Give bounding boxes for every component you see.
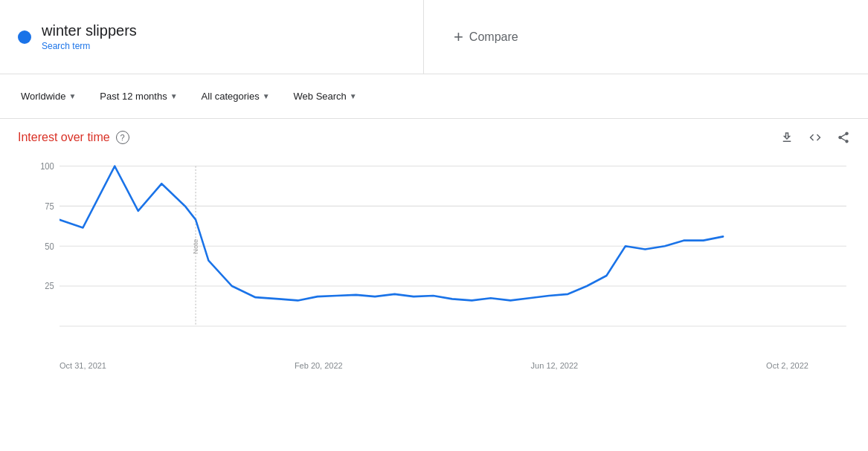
location-chevron-icon: ▼ bbox=[68, 92, 76, 100]
search-term-section: winter slippers Search term bbox=[0, 0, 424, 74]
chart-title: Interest over time bbox=[18, 131, 110, 144]
svg-text:Note: Note bbox=[191, 239, 199, 254]
time-filter[interactable]: Past 12 months ▼ bbox=[91, 85, 186, 108]
category-filter[interactable]: All categories ▼ bbox=[193, 85, 279, 108]
search-type-filter-label: Web Search bbox=[294, 91, 347, 102]
search-term-text: winter slippers Search term bbox=[42, 22, 137, 51]
svg-text:25: 25 bbox=[45, 282, 54, 291]
x-axis-labels: Oct 31, 2021 Feb 20, 2022 Jun 12, 2022 O… bbox=[18, 358, 850, 370]
category-chevron-icon: ▼ bbox=[263, 92, 270, 100]
chart-header: Interest over time ? bbox=[18, 131, 850, 144]
x-label-4: Oct 2, 2022 bbox=[766, 361, 808, 370]
x-label-2: Feb 20, 2022 bbox=[295, 361, 343, 370]
x-label-1: Oct 31, 2021 bbox=[60, 361, 106, 370]
svg-text:50: 50 bbox=[45, 241, 54, 250]
download-icon[interactable] bbox=[780, 131, 794, 144]
x-label-3: Jun 12, 2022 bbox=[531, 361, 579, 370]
chart-container: 100 75 50 25 Note Oct 31, 2021 Feb 20, 2… bbox=[18, 150, 850, 370]
compare-section: + Compare bbox=[424, 0, 868, 74]
svg-text:100: 100 bbox=[40, 162, 54, 171]
search-term-name: winter slippers bbox=[42, 22, 137, 39]
header-bar: winter slippers Search term + Compare bbox=[0, 0, 868, 74]
search-term-label: Search term bbox=[42, 41, 137, 51]
search-type-chevron-icon: ▼ bbox=[350, 92, 357, 100]
compare-button[interactable]: + Compare bbox=[454, 27, 518, 47]
help-icon[interactable]: ? bbox=[116, 131, 129, 144]
share-icon[interactable] bbox=[837, 131, 850, 144]
time-chevron-icon: ▼ bbox=[170, 92, 178, 100]
chart-actions bbox=[780, 131, 850, 144]
chart-section: Interest over time ? bbox=[0, 119, 868, 376]
interest-chart: 100 75 50 25 Note bbox=[18, 150, 850, 358]
category-filter-label: All categories bbox=[202, 91, 260, 102]
filter-bar: Worldwide ▼ Past 12 months ▼ All categor… bbox=[0, 74, 868, 119]
location-filter-label: Worldwide bbox=[21, 91, 65, 102]
search-type-filter[interactable]: Web Search ▼ bbox=[285, 85, 366, 108]
search-term-dot bbox=[18, 30, 31, 44]
time-filter-label: Past 12 months bbox=[100, 91, 167, 102]
chart-title-area: Interest over time ? bbox=[18, 131, 129, 144]
compare-plus-icon: + bbox=[454, 27, 463, 47]
embed-icon[interactable] bbox=[808, 131, 822, 144]
svg-text:75: 75 bbox=[45, 201, 54, 210]
location-filter[interactable]: Worldwide ▼ bbox=[12, 85, 85, 108]
compare-label: Compare bbox=[469, 30, 518, 44]
